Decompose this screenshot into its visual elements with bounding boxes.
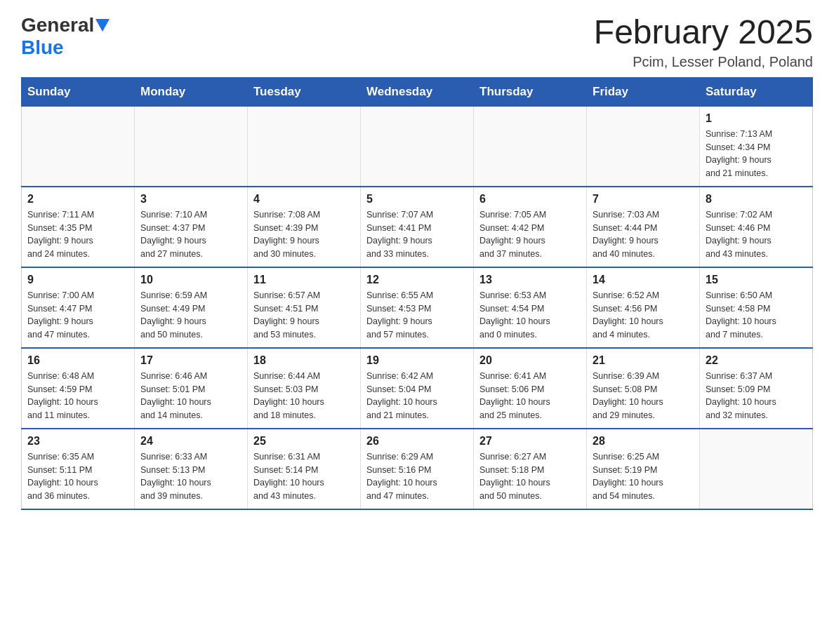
- day-info: Sunrise: 7:11 AM Sunset: 4:35 PM Dayligh…: [27, 208, 128, 261]
- calendar-day-cell: 8Sunrise: 7:02 AM Sunset: 4:46 PM Daylig…: [700, 187, 813, 267]
- day-number: 8: [706, 193, 807, 206]
- calendar-day-cell: 6Sunrise: 7:05 AM Sunset: 4:42 PM Daylig…: [474, 187, 587, 267]
- calendar-day-cell: 11Sunrise: 6:57 AM Sunset: 4:51 PM Dayli…: [248, 267, 361, 348]
- calendar-week-row: 23Sunrise: 6:35 AM Sunset: 5:11 PM Dayli…: [22, 429, 813, 509]
- day-info: Sunrise: 6:44 AM Sunset: 5:03 PM Dayligh…: [253, 370, 355, 422]
- day-number: 22: [706, 354, 807, 367]
- day-info: Sunrise: 7:05 AM Sunset: 4:42 PM Dayligh…: [479, 208, 581, 261]
- day-info: Sunrise: 6:55 AM Sunset: 4:53 PM Dayligh…: [366, 289, 468, 342]
- day-number: 21: [593, 354, 694, 367]
- day-info: Sunrise: 6:42 AM Sunset: 5:04 PM Dayligh…: [366, 370, 468, 422]
- calendar-header-row: SundayMondayTuesdayWednesdayThursdayFrid…: [22, 77, 813, 106]
- calendar-day-cell: 28Sunrise: 6:25 AM Sunset: 5:19 PM Dayli…: [587, 429, 700, 509]
- day-number: 24: [140, 435, 241, 448]
- calendar-week-row: 2Sunrise: 7:11 AM Sunset: 4:35 PM Daylig…: [22, 187, 813, 267]
- calendar-header-saturday: Saturday: [700, 77, 813, 106]
- day-info: Sunrise: 6:33 AM Sunset: 5:13 PM Dayligh…: [140, 450, 241, 503]
- calendar-day-cell: 25Sunrise: 6:31 AM Sunset: 5:14 PM Dayli…: [248, 429, 361, 509]
- day-number: 13: [479, 274, 581, 286]
- calendar-header-wednesday: Wednesday: [361, 77, 474, 106]
- calendar-day-cell: 14Sunrise: 6:52 AM Sunset: 4:56 PM Dayli…: [587, 267, 700, 348]
- page-header: General Blue February 2025 Pcim, Lesser …: [21, 14, 813, 70]
- day-number: 20: [479, 354, 581, 367]
- calendar-day-cell: 12Sunrise: 6:55 AM Sunset: 4:53 PM Dayli…: [361, 267, 474, 348]
- calendar-title: February 2025: [594, 14, 813, 51]
- calendar-day-cell: [474, 106, 587, 187]
- calendar-day-cell: 18Sunrise: 6:44 AM Sunset: 5:03 PM Dayli…: [248, 348, 361, 429]
- calendar-table: SundayMondayTuesdayWednesdayThursdayFrid…: [21, 77, 813, 510]
- calendar-header-sunday: Sunday: [22, 77, 135, 106]
- day-info: Sunrise: 6:39 AM Sunset: 5:08 PM Dayligh…: [593, 370, 694, 422]
- day-number: 6: [479, 193, 581, 206]
- calendar-day-cell: 2Sunrise: 7:11 AM Sunset: 4:35 PM Daylig…: [22, 187, 135, 267]
- day-number: 10: [140, 274, 241, 286]
- logo: General Blue: [21, 14, 110, 59]
- calendar-day-cell: 4Sunrise: 7:08 AM Sunset: 4:39 PM Daylig…: [248, 187, 361, 267]
- day-info: Sunrise: 6:37 AM Sunset: 5:09 PM Dayligh…: [706, 370, 807, 422]
- logo-general-text: General: [21, 14, 94, 36]
- day-number: 26: [366, 435, 468, 448]
- day-info: Sunrise: 6:31 AM Sunset: 5:14 PM Dayligh…: [253, 450, 355, 503]
- calendar-day-cell: 23Sunrise: 6:35 AM Sunset: 5:11 PM Dayli…: [22, 429, 135, 509]
- day-number: 18: [253, 354, 355, 367]
- day-info: Sunrise: 7:13 AM Sunset: 4:34 PM Dayligh…: [706, 128, 807, 180]
- day-number: 11: [253, 274, 355, 286]
- calendar-day-cell: [587, 106, 700, 187]
- day-info: Sunrise: 6:48 AM Sunset: 4:59 PM Dayligh…: [27, 370, 128, 422]
- day-number: 25: [253, 435, 355, 448]
- day-info: Sunrise: 7:02 AM Sunset: 4:46 PM Dayligh…: [706, 208, 807, 261]
- day-number: 3: [140, 193, 241, 206]
- day-number: 14: [593, 274, 694, 286]
- day-number: 23: [27, 435, 128, 448]
- calendar-day-cell: [248, 106, 361, 187]
- day-number: 2: [27, 193, 128, 206]
- title-area: February 2025 Pcim, Lesser Poland, Polan…: [594, 14, 813, 70]
- day-info: Sunrise: 6:35 AM Sunset: 5:11 PM Dayligh…: [27, 450, 128, 503]
- calendar-day-cell: 10Sunrise: 6:59 AM Sunset: 4:49 PM Dayli…: [135, 267, 248, 348]
- day-number: 28: [593, 435, 694, 448]
- day-info: Sunrise: 6:52 AM Sunset: 4:56 PM Dayligh…: [593, 289, 694, 342]
- calendar-day-cell: 1Sunrise: 7:13 AM Sunset: 4:34 PM Daylig…: [700, 106, 813, 187]
- day-info: Sunrise: 7:10 AM Sunset: 4:37 PM Dayligh…: [140, 208, 241, 261]
- calendar-header-monday: Monday: [135, 77, 248, 106]
- day-number: 16: [27, 354, 128, 367]
- calendar-header-thursday: Thursday: [474, 77, 587, 106]
- calendar-day-cell: 24Sunrise: 6:33 AM Sunset: 5:13 PM Dayli…: [135, 429, 248, 509]
- calendar-day-cell: 15Sunrise: 6:50 AM Sunset: 4:58 PM Dayli…: [700, 267, 813, 348]
- day-info: Sunrise: 7:00 AM Sunset: 4:47 PM Dayligh…: [27, 289, 128, 342]
- day-info: Sunrise: 6:27 AM Sunset: 5:18 PM Dayligh…: [479, 450, 581, 503]
- calendar-day-cell: 20Sunrise: 6:41 AM Sunset: 5:06 PM Dayli…: [474, 348, 587, 429]
- calendar-day-cell: 16Sunrise: 6:48 AM Sunset: 4:59 PM Dayli…: [22, 348, 135, 429]
- calendar-day-cell: 21Sunrise: 6:39 AM Sunset: 5:08 PM Dayli…: [587, 348, 700, 429]
- calendar-day-cell: 7Sunrise: 7:03 AM Sunset: 4:44 PM Daylig…: [587, 187, 700, 267]
- calendar-day-cell: 9Sunrise: 7:00 AM Sunset: 4:47 PM Daylig…: [22, 267, 135, 348]
- calendar-day-cell: [22, 106, 135, 187]
- day-info: Sunrise: 7:03 AM Sunset: 4:44 PM Dayligh…: [593, 208, 694, 261]
- day-info: Sunrise: 6:25 AM Sunset: 5:19 PM Dayligh…: [593, 450, 694, 503]
- calendar-day-cell: 17Sunrise: 6:46 AM Sunset: 5:01 PM Dayli…: [135, 348, 248, 429]
- calendar-day-cell: 5Sunrise: 7:07 AM Sunset: 4:41 PM Daylig…: [361, 187, 474, 267]
- calendar-week-row: 9Sunrise: 7:00 AM Sunset: 4:47 PM Daylig…: [22, 267, 813, 348]
- day-number: 9: [27, 274, 128, 286]
- calendar-day-cell: [700, 429, 813, 509]
- calendar-header-tuesday: Tuesday: [248, 77, 361, 106]
- day-info: Sunrise: 6:57 AM Sunset: 4:51 PM Dayligh…: [253, 289, 355, 342]
- day-number: 12: [366, 274, 468, 286]
- day-number: 4: [253, 193, 355, 206]
- day-info: Sunrise: 6:29 AM Sunset: 5:16 PM Dayligh…: [366, 450, 468, 503]
- calendar-subtitle: Pcim, Lesser Poland, Poland: [594, 54, 813, 70]
- calendar-day-cell: [135, 106, 248, 187]
- calendar-day-cell: [361, 106, 474, 187]
- calendar-day-cell: 13Sunrise: 6:53 AM Sunset: 4:54 PM Dayli…: [474, 267, 587, 348]
- day-info: Sunrise: 6:46 AM Sunset: 5:01 PM Dayligh…: [140, 370, 241, 422]
- day-info: Sunrise: 6:53 AM Sunset: 4:54 PM Dayligh…: [479, 289, 581, 342]
- calendar-week-row: 16Sunrise: 6:48 AM Sunset: 4:59 PM Dayli…: [22, 348, 813, 429]
- day-info: Sunrise: 7:07 AM Sunset: 4:41 PM Dayligh…: [366, 208, 468, 261]
- calendar-header-friday: Friday: [587, 77, 700, 106]
- calendar-day-cell: 22Sunrise: 6:37 AM Sunset: 5:09 PM Dayli…: [700, 348, 813, 429]
- logo-triangle-icon: [95, 19, 110, 33]
- calendar-week-row: 1Sunrise: 7:13 AM Sunset: 4:34 PM Daylig…: [22, 106, 813, 187]
- svg-marker-0: [95, 19, 110, 32]
- day-info: Sunrise: 6:41 AM Sunset: 5:06 PM Dayligh…: [479, 370, 581, 422]
- day-number: 17: [140, 354, 241, 367]
